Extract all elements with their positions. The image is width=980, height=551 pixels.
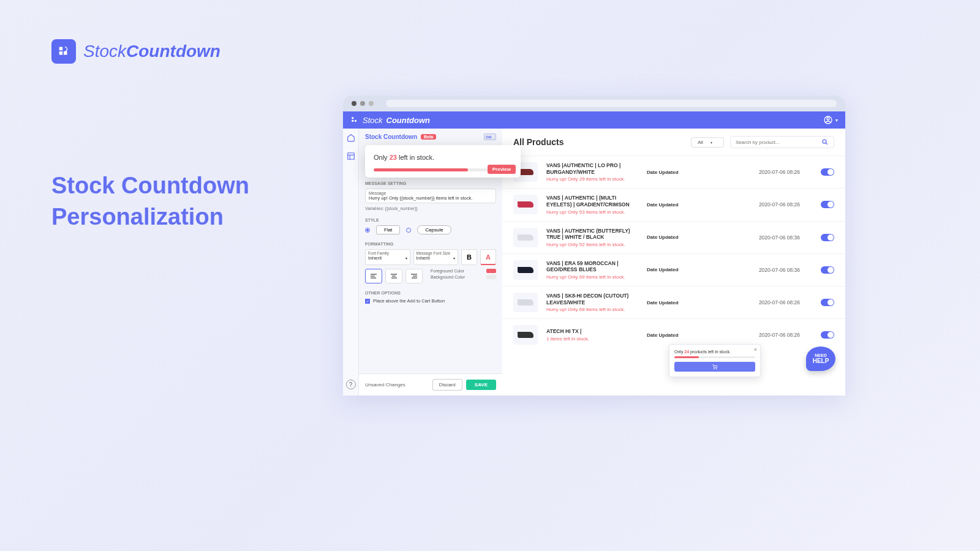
style-section: STYLE Flat Capsule	[359, 214, 502, 238]
discard-button[interactable]: Discard	[432, 379, 462, 391]
bg-color-label: Background Color	[431, 275, 465, 279]
date-updated-label: Date Updated	[647, 202, 679, 208]
product-date: 2020-07-06 08:36	[759, 267, 800, 273]
bg-color-row[interactable]: Background Color	[431, 275, 496, 279]
style-capsule-radio[interactable]	[406, 228, 411, 233]
date-updated-label: Date Updated	[647, 170, 679, 175]
fg-color-row[interactable]: Foreground Color	[431, 269, 496, 273]
sidebar-item-layout[interactable]	[347, 152, 355, 160]
svg-point-7	[827, 118, 829, 120]
tooltip-close-icon[interactable]: ×	[754, 347, 757, 353]
product-row[interactable]: VANS | AUTHENTIC (BUTTERFLY) TRUE | WHIT…	[502, 221, 845, 253]
product-info: VANS | AUTHENTIC (BUTTERFLY) TRUE | WHIT…	[546, 228, 638, 247]
product-row[interactable]: VANS | SK8-HI DECON (CUTOUT) LEAVES/WHIT…	[502, 286, 845, 318]
preview-card: Only 23 left in stock. Preview	[365, 145, 521, 178]
product-toggle[interactable]	[821, 168, 834, 176]
align-left-button[interactable]	[365, 269, 382, 283]
date-updated-label: Date Updated	[647, 300, 679, 305]
browser-chrome	[343, 96, 845, 111]
app-header: StockCountdown ▾	[343, 111, 845, 129]
window-min-dot[interactable]	[360, 101, 365, 106]
style-options: Flat Capsule	[365, 225, 496, 234]
bold-button[interactable]: B	[461, 249, 477, 265]
product-date: 2020-07-06 08:36	[759, 234, 800, 241]
filter-value: All	[698, 140, 703, 145]
product-toggle[interactable]	[821, 331, 834, 339]
url-bar[interactable]	[386, 100, 837, 107]
other-title: OTHER OPTIONS	[365, 291, 496, 295]
search-input[interactable]	[736, 140, 821, 145]
align-center-button[interactable]	[385, 269, 402, 283]
product-date: 2020-07-06 08:26	[759, 299, 800, 305]
text-color-button[interactable]: A	[480, 249, 496, 265]
tooltip-post: products left in stock.	[689, 350, 731, 354]
user-menu[interactable]: ▾	[823, 115, 838, 125]
variables-hint: Variables: {{stock_number}}	[365, 206, 496, 211]
svg-rect-8	[347, 153, 354, 160]
preview-pre: Only	[374, 154, 390, 161]
style-flat-radio[interactable]	[365, 228, 370, 233]
product-row[interactable]: VANS | ERA 59 MOROCCAN | GEO/DRESS BLUES…	[502, 253, 845, 286]
product-toggle[interactable]	[821, 234, 834, 241]
sidebar-item-home[interactable]	[347, 133, 355, 142]
product-toggle[interactable]	[821, 201, 834, 208]
product-date: 2020-07-06 08:26	[759, 201, 800, 208]
tooltip-cart-button[interactable]	[674, 362, 755, 372]
tooltip-text: Only 24 products left in stock.	[674, 350, 755, 354]
placement-checkbox-row[interactable]: Place above the Add to Cart Button	[365, 298, 496, 304]
product-thumb	[513, 260, 538, 280]
shoe-icon	[518, 234, 533, 241]
font-size-select[interactable]: Message Font Size Inherit▾	[413, 249, 459, 265]
message-setting-section: MESSAGE SETTING Message Hurry up! Only {…	[359, 178, 502, 214]
product-toggle[interactable]	[821, 266, 834, 274]
svg-point-11	[823, 140, 826, 143]
svg-rect-3	[352, 117, 353, 119]
font-family-label: Font Family	[368, 251, 407, 255]
enable-toggle[interactable]: ON	[484, 133, 496, 140]
product-info: VANS | SK8-HI DECON (CUTOUT) LEAVES/WHIT…	[546, 293, 638, 312]
style-capsule-label[interactable]: Capsule	[417, 225, 451, 234]
sidebar-help-icon[interactable]: ?	[346, 380, 356, 389]
placement-checkbox[interactable]	[365, 299, 370, 304]
product-msg: Hurry up! Only 69 items left in stock.	[546, 274, 638, 280]
preview-post: left in stock.	[397, 154, 434, 161]
page-title-line2: Personalization	[51, 201, 249, 233]
help-badge[interactable]: NEED HELP	[806, 347, 835, 371]
product-toggle[interactable]	[821, 299, 834, 306]
product-name: VANS | AUTHENTIC | (MULTI EYELETS) | GRA…	[546, 195, 638, 208]
unsaved-text: Unsaved Changes	[365, 382, 405, 388]
save-button[interactable]: SAVE	[466, 380, 496, 390]
brand-logo-icon	[51, 39, 76, 64]
product-msg: Hurry up! Only 29 items left in stock.	[546, 176, 638, 182]
style-flat-label[interactable]: Flat	[376, 225, 400, 234]
product-row[interactable]: VANS |AUTHENTIC | LO PRO | BURGANDY/WHIT…	[502, 156, 845, 188]
preview-button[interactable]: Preview	[488, 165, 516, 174]
config-title: Stock Countdown	[365, 133, 417, 140]
product-name: VANS | SK8-HI DECON (CUTOUT) LEAVES/WHIT…	[546, 293, 638, 305]
product-name: VANS | ERA 59 MOROCCAN | GEO/DRESS BLUES	[546, 260, 638, 273]
filter-select[interactable]: All ▾	[691, 137, 724, 148]
svg-rect-4	[352, 120, 353, 122]
config-footer: Unsaved Changes Discard SAVE	[359, 373, 502, 395]
window-close-dot[interactable]	[352, 101, 356, 106]
product-name: VANS | AUTHENTIC (BUTTERFLY) TRUE | WHIT…	[546, 228, 638, 241]
message-input[interactable]: Message Hurry up! Only {{stock_number}} …	[365, 189, 496, 203]
cart-icon	[712, 364, 718, 370]
bg-color-swatch	[486, 275, 496, 279]
font-family-select[interactable]: Font Family Inherit▾	[365, 249, 410, 265]
search-box[interactable]	[730, 136, 834, 148]
tooltip-bar	[674, 356, 755, 358]
fg-color-swatch	[486, 269, 496, 273]
align-right-button[interactable]	[405, 269, 423, 283]
svg-point-14	[716, 369, 717, 369]
shoe-icon	[518, 201, 533, 208]
product-row[interactable]: VANS | AUTHENTIC | (MULTI EYELETS) | GRA…	[502, 188, 845, 220]
preview-bar-fill	[374, 168, 468, 171]
app-name-light: Stock	[363, 116, 383, 125]
shoe-icon	[518, 299, 533, 305]
window-max-dot[interactable]	[369, 101, 374, 106]
style-title: STYLE	[365, 218, 496, 222]
product-name: VANS |AUTHENTIC | LO PRO | BURGANDY/WHIT…	[546, 162, 638, 175]
product-msg: Hurry up! Only 68 items left in stock.	[546, 307, 638, 312]
app-header-logo: StockCountdown	[350, 116, 430, 125]
